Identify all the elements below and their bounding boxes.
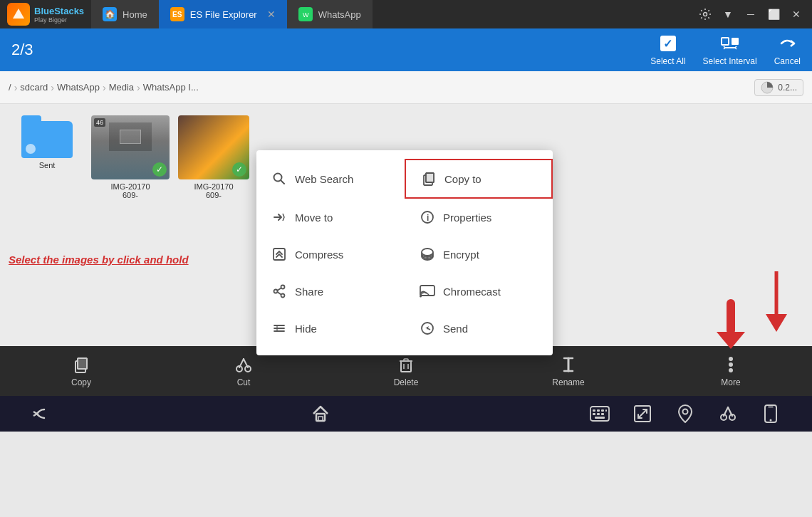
svg-point-51 [729, 368, 733, 372]
copy-button[interactable]: Copy [53, 355, 110, 387]
more-label: More [721, 377, 740, 387]
svg-point-66 [683, 409, 688, 414]
maximize-button[interactable]: ⬜ [764, 4, 784, 24]
bluestacks-logo-icon [7, 3, 30, 26]
arrow-indicator [755, 268, 798, 342]
svg-marker-0 [13, 9, 24, 19]
hint-text: Select the images by click and hold [9, 254, 189, 266]
svg-text:W: W [303, 11, 309, 19]
ctx-share[interactable]: Share [256, 273, 405, 310]
svg-point-18 [422, 249, 433, 256]
copy-to-icon [420, 170, 437, 187]
svg-marker-53 [717, 332, 745, 349]
main-content: Sent 46 ✓ IMG-20170609- ✓ IMG-20170609- … [0, 104, 812, 346]
scissors-button[interactable] [715, 401, 741, 427]
minimize-button[interactable]: ─ [741, 4, 761, 24]
more-button[interactable]: More [702, 355, 759, 387]
es-tab-icon: ES [170, 7, 184, 21]
breadcrumb-media[interactable]: Media [109, 82, 134, 93]
svg-point-25 [420, 296, 422, 298]
svg-point-20 [281, 294, 285, 298]
file-item-sent[interactable]: Sent [11, 115, 83, 169]
rename-label: Rename [552, 377, 584, 387]
ctx-encrypt[interactable]: Encrypt [405, 236, 553, 273]
file-name-img2: IMG-20170609- [194, 182, 233, 199]
delete-button[interactable]: Delete [378, 355, 434, 387]
select-interval-button[interactable]: Select Interval [703, 33, 757, 66]
ctx-hide[interactable]: Hide [256, 310, 405, 347]
ctx-chromecast[interactable]: Chromecast [405, 273, 553, 310]
home-tab-icon: 🏠 [103, 7, 117, 21]
cancel-button[interactable]: Cancel [774, 33, 801, 66]
svg-line-23 [278, 292, 281, 295]
device-button[interactable] [758, 401, 784, 427]
more-arrow-indicator [713, 298, 749, 353]
svg-point-19 [281, 286, 285, 289]
tab-wa-label: WhatsApp [318, 9, 361, 20]
back-button[interactable] [28, 401, 54, 427]
tab-es-file-explorer[interactable]: ES ES File Explorer ✕ [159, 0, 287, 28]
img1-overlay [109, 122, 152, 151]
copy-icon [71, 355, 91, 375]
more-icon [721, 355, 741, 375]
ctx-properties[interactable]: i Properties [405, 199, 553, 236]
tab-home[interactable]: 🏠 Home [91, 0, 159, 28]
folder-dot [26, 144, 36, 154]
breadcrumb-sep-1: › [51, 82, 54, 93]
ctx-copy-to[interactable]: Copy to [405, 159, 553, 199]
folder-body [21, 121, 73, 158]
ctx-compress[interactable]: Compress [256, 236, 405, 273]
move-to-icon [271, 209, 288, 226]
bluestacks-logo: BlueStacks Play Bigger [0, 3, 91, 26]
breadcrumb-whatsapp-images[interactable]: WhatsApp I... [143, 82, 199, 93]
copy-label: Copy [71, 377, 91, 387]
keyboard-button[interactable] [587, 401, 613, 427]
ctx-copy-to-label: Copy to [444, 173, 482, 185]
delete-label: Delete [394, 377, 419, 387]
breadcrumb-whatsapp[interactable]: WhatsApp [57, 82, 100, 93]
title-bar: BlueStacks Play Bigger 🏠 Home ES ES File… [0, 0, 812, 28]
share-icon [271, 283, 288, 300]
file-item-img1[interactable]: 46 ✓ IMG-20170609- [91, 115, 170, 199]
rename-icon [558, 355, 578, 375]
location-button[interactable] [672, 401, 698, 427]
close-button[interactable]: ✕ [786, 4, 806, 24]
chromecast-icon [419, 283, 436, 300]
resize-button[interactable] [630, 401, 655, 427]
ctx-compress-label: Compress [295, 249, 343, 261]
dropdown-button[interactable]: ▼ [718, 4, 738, 24]
svg-rect-10 [426, 173, 434, 182]
select-all-button[interactable]: ✓ Select All [650, 33, 685, 66]
wa-tab-icon: W [298, 7, 313, 21]
svg-point-49 [729, 357, 733, 361]
send-icon [419, 320, 436, 337]
checkbox-icon: ✓ [660, 36, 676, 51]
img1-selected-check: ✓ [152, 162, 167, 177]
select-all-label: Select All [650, 56, 685, 66]
breadcrumb-root[interactable]: / [9, 82, 11, 93]
tab-whatsapp[interactable]: W WhatsApp [287, 0, 373, 28]
svg-point-21 [274, 290, 278, 293]
web-search-icon [271, 170, 288, 187]
ctx-web-search[interactable]: Web Search [256, 159, 405, 199]
cut-button[interactable]: Cut [215, 355, 272, 387]
tab-es-close[interactable]: ✕ [267, 9, 276, 20]
selection-counter: 2/3 [11, 41, 650, 59]
properties-icon: i [419, 209, 436, 226]
action-buttons: ✓ Select All Select Interval [650, 33, 801, 66]
delete-icon [396, 355, 416, 375]
ctx-move-to-label: Move to [295, 212, 333, 224]
file-item-img2[interactable]: ✓ IMG-20170609- [178, 115, 249, 199]
cut-icon [234, 355, 254, 375]
settings-button[interactable] [695, 4, 715, 24]
svg-point-3 [704, 13, 707, 16]
select-interval-icon [720, 33, 740, 53]
ctx-send[interactable]: Send [405, 310, 553, 347]
ctx-chromecast-label: Chromecast [443, 286, 501, 298]
rename-button[interactable]: Rename [540, 355, 597, 387]
home-button[interactable] [308, 401, 333, 427]
svg-rect-41 [401, 361, 411, 372]
ctx-move-to[interactable]: Move to [256, 199, 405, 236]
breadcrumb-sdcard[interactable]: sdcard [20, 82, 48, 93]
nav-right-icons [587, 401, 784, 427]
